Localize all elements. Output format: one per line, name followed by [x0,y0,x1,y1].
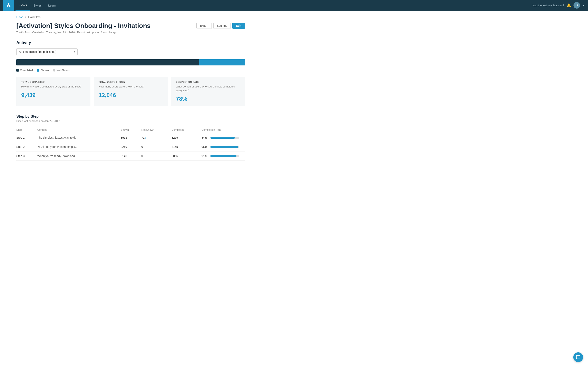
main-content: Flows > Flow Stats [Activation] Styles O… [0,11,261,166]
navbar: Flows Styles Learn Want to test new feat… [0,0,588,11]
activity-section: Activity All-time (since first published… [16,40,245,106]
col-completed: Completed [172,127,201,133]
table-row: Step 2 You'll see your chosen templa... … [16,142,245,151]
info-icon[interactable]: ℹ [145,136,146,139]
step-section-subtitle: Since last published on Jan 22, 2017 [16,119,245,123]
cell-shown: 3912 [121,133,141,142]
timeframe-dropdown[interactable]: All-time (since first published) Last 30… [16,48,78,55]
breadcrumb-current: Flow Stats [28,16,41,18]
completion-bar-bg [210,155,239,157]
step-by-step-section: Step by Step Since last published on Jan… [16,114,245,161]
legend-completed-label: Completed [20,69,33,72]
settings-button[interactable]: Settings [213,23,231,29]
completion-bar-bg [210,146,239,148]
logo[interactable] [3,0,14,11]
cell-content: You'll see your chosen templa... [37,142,121,151]
nav-links: Flows Styles Learn [16,0,59,11]
edit-button[interactable]: Edit [232,23,245,29]
legend-completed: Completed [16,69,33,72]
activity-title: Activity [16,40,245,45]
stat-completed-value: 9,439 [21,92,86,99]
cell-content: The simplest, fastest way to d... [37,133,121,142]
cell-step-name: Step 2 [16,142,37,151]
beta-text: Want to test new features? [533,4,564,7]
stat-cards: TOTAL COMPLETED How many users completed… [16,77,245,106]
progress-completed-bar [16,59,199,66]
page-title: [Activation] Styles Onboarding - Invitat… [16,22,151,30]
stat-card-completed: TOTAL COMPLETED How many users completed… [16,77,90,106]
step-table: Step Content Shown Not Shown Completed C… [16,127,245,161]
cell-completion-rate: 91% [201,151,245,160]
cell-completed: 3145 [172,142,201,151]
completion-bar-fill [210,155,236,157]
legend-shown-dot [37,69,39,72]
navbar-right: Want to test new features? 🔔 U ▼ [533,2,585,8]
legend-not-shown: Not Shown [53,69,70,72]
step-section-title: Step by Step [16,114,245,119]
breadcrumb-flows-link[interactable]: Flows [16,16,23,18]
cell-not-shown: 0 [141,142,172,151]
stat-shown-value: 12,046 [99,92,163,99]
cell-completion-rate: 96% [201,142,245,151]
progress-shown-bar [199,59,245,66]
stat-shown-label: TOTAL USERS SHOWN [99,81,163,83]
nav-learn[interactable]: Learn [45,0,59,11]
completion-bar-fill [210,146,238,148]
stat-completed-label: TOTAL COMPLETED [21,81,86,83]
legend-not-shown-label: Not Shown [57,69,70,72]
table-row: Step 3 When you're ready, download... 31… [16,151,245,160]
table-header-row: Step Content Shown Not Shown Completed C… [16,127,245,133]
breadcrumb: Flows > Flow Stats [16,16,245,18]
cell-not-shown: 0 [141,151,172,160]
legend-completed-dot [16,69,19,72]
col-not-shown: Not Shown [141,127,172,133]
stat-rate-desc: What portion of users who saw the flow c… [176,85,240,92]
stat-card-shown: TOTAL USERS SHOWN How many users were sh… [94,77,168,106]
stat-card-rate: COMPLETION RATE What portion of users wh… [171,77,245,106]
progress-legend: Completed Shown Not Shown [16,69,245,72]
page-header: [Activation] Styles Onboarding - Invitat… [16,22,245,30]
cell-step-name: Step 3 [16,151,37,160]
table-row: Step 1 The simplest, fastest way to d...… [16,133,245,142]
col-step: Step [16,127,37,133]
nav-flows[interactable]: Flows [16,0,30,11]
avatar-chevron-icon[interactable]: ▼ [582,4,585,7]
cell-not-shown: 71 ℹ [141,133,172,142]
completion-bar-fill [210,137,234,139]
legend-shown-label: Shown [41,69,49,72]
timeframe-dropdown-wrapper: All-time (since first published) Last 30… [16,48,78,55]
col-completion-rate: Completion Rate [201,127,245,133]
col-content: Content [37,127,121,133]
bell-icon[interactable]: 🔔 [567,3,571,8]
avatar[interactable]: U [573,2,580,8]
col-shown: Shown [121,127,141,133]
legend-not-shown-dot [53,69,55,72]
completion-bar-bg [210,137,239,139]
cell-completed: 3269 [172,133,201,142]
header-actions: Export Settings Edit [196,23,245,29]
export-button[interactable]: Export [196,23,212,29]
cell-content: When you're ready, download... [37,151,121,160]
stat-completed-desc: How many users completed every step of t… [21,85,86,89]
cell-completion-rate: 84% [201,133,245,142]
cell-shown: 3269 [121,142,141,151]
stat-shown-desc: How many users were shown the flow? [99,85,163,89]
page-subtitle: Tooltip Tour • Created on Tuesday, Nov 2… [16,31,245,34]
legend-shown: Shown [37,69,49,72]
breadcrumb-separator: > [25,16,26,18]
progress-bar [16,59,245,66]
stat-rate-value: 78% [176,96,240,102]
cell-completed: 2865 [172,151,201,160]
nav-styles[interactable]: Styles [30,0,45,11]
stat-rate-label: COMPLETION RATE [176,81,240,83]
cell-shown: 3145 [121,151,141,160]
cell-step-name: Step 1 [16,133,37,142]
